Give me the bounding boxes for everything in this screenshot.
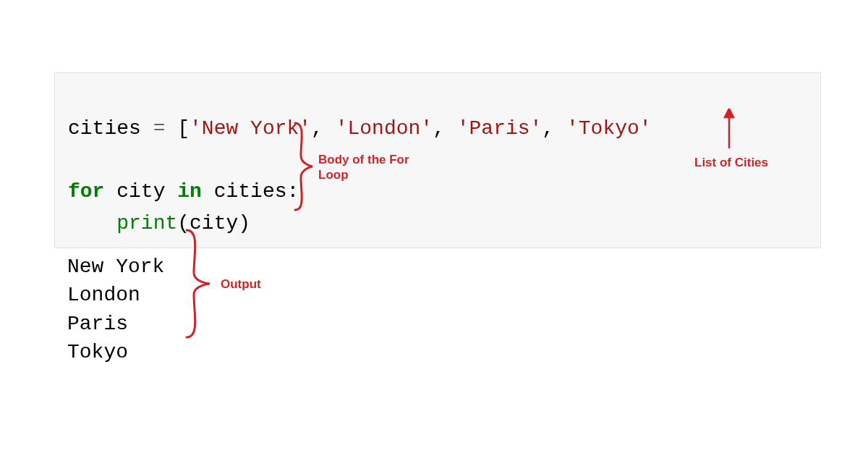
annotation-output-label: Output bbox=[221, 276, 261, 292]
string-tokyo: 'Tokyo' bbox=[566, 117, 652, 140]
output-line-4: Tokyo bbox=[67, 341, 128, 363]
keyword-for: for bbox=[68, 180, 104, 203]
arrow-list-icon bbox=[722, 109, 736, 152]
string-london: 'London' bbox=[336, 117, 433, 140]
brace-body-icon bbox=[289, 119, 318, 214]
annotation-list-label: List of Cities bbox=[694, 155, 768, 170]
variable-cities: cities bbox=[68, 117, 141, 140]
string-paris: 'Paris' bbox=[457, 117, 542, 140]
code-line-for: for city in cities: bbox=[68, 180, 299, 203]
output-line-3: Paris bbox=[67, 313, 128, 335]
keyword-in: in bbox=[177, 180, 202, 203]
svg-marker-1 bbox=[725, 109, 733, 117]
output-line-2: London bbox=[67, 284, 140, 306]
annotation-body-label: Body of the For Loop bbox=[318, 152, 427, 183]
output-line-1: New York bbox=[67, 256, 164, 278]
brace-output-icon bbox=[181, 226, 217, 342]
code-line-1: cities = ['New York', 'London', 'Paris',… bbox=[68, 117, 652, 140]
output-block: New York London Paris Tokyo bbox=[67, 224, 164, 366]
